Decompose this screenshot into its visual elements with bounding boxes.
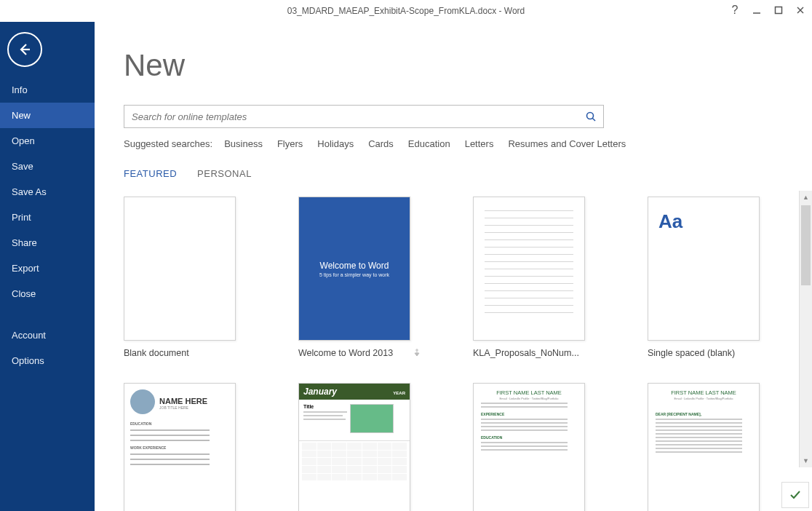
status-toast[interactable] [781, 482, 809, 508]
page-title: New [124, 48, 783, 83]
template-label: Blank document [124, 348, 247, 358]
sidebar-item-share[interactable]: Share [0, 230, 95, 256]
help-icon[interactable]: ? [728, 3, 742, 17]
template-label: Single spaced (blank) [648, 348, 771, 358]
section-work: WORK EXPERIENCE [130, 445, 229, 450]
calendar-month: January [303, 387, 337, 397]
template-thumb [473, 197, 585, 341]
sidebar-item-save-as[interactable]: Save As [0, 179, 95, 205]
resume-subline: Email · LinkedIn Profile · Twitter/Blog/… [481, 397, 577, 400]
resume-name: FIRST NAME LAST NAME [481, 389, 577, 396]
tab-personal[interactable]: PERSONAL [197, 168, 252, 179]
sidebar-item-close[interactable]: Close [0, 281, 95, 306]
search-icon[interactable] [578, 111, 603, 122]
template-thumb: NAME HERE JOB TITLE HERE EDUCATION WORK … [124, 383, 236, 511]
calendar-year: YEAR [393, 391, 405, 395]
template-label: KLA_Proposals_NoNum... [473, 348, 597, 358]
section-experience: EXPERIENCE [481, 412, 577, 416]
svg-line-6 [592, 118, 595, 121]
backstage-sidebar: Info New Open Save Save As Print Share E… [0, 22, 95, 511]
sidebar-item-open[interactable]: Open [0, 128, 95, 154]
template-thumb: January YEAR Title [298, 383, 410, 511]
welcome-subheading: 5 tips for a simpler way to work [319, 272, 389, 277]
scroll-thumb[interactable] [801, 205, 811, 285]
svg-point-5 [587, 113, 594, 119]
pin-icon[interactable] [413, 348, 421, 358]
minimize-icon[interactable] [749, 3, 764, 17]
template-thumb: FIRST NAME LAST NAME Email · LinkedIn Pr… [473, 383, 585, 511]
template-blank-document[interactable]: Blank document [124, 197, 247, 358]
search-input[interactable] [124, 111, 578, 122]
suggested-searches: Suggested searches: Business Flyers Holi… [124, 138, 783, 149]
suggested-business[interactable]: Business [224, 138, 263, 149]
coverletter-name: FIRST NAME LAST NAME [656, 389, 752, 396]
close-icon[interactable] [793, 3, 808, 17]
sidebar-item-info[interactable]: Info [0, 77, 95, 103]
template-label: Welcome to Word 2013 [298, 348, 422, 358]
suggested-holidays[interactable]: Holidays [317, 138, 354, 149]
suggested-letters[interactable]: Letters [465, 138, 494, 149]
scroll-up-icon[interactable]: ▲ [800, 191, 812, 204]
sidebar-item-options[interactable]: Options [0, 348, 95, 373]
template-single-spaced[interactable]: Aa Single spaced (blank) [648, 197, 771, 358]
suggested-education[interactable]: Education [408, 138, 450, 149]
content-area: New Suggested searches: Business Flyers … [95, 22, 812, 511]
template-thumb: Aa [648, 197, 760, 341]
avatar-icon [130, 389, 155, 414]
template-kla-proposals[interactable]: KLA_Proposals_NoNum... [473, 197, 597, 358]
template-green-resume[interactable]: FIRST NAME LAST NAME Email · LinkedIn Pr… [473, 383, 597, 511]
template-gallery: Blank document Welcome to Word 5 tips fo… [124, 197, 783, 511]
job-title-placeholder: JOB TITLE HERE [159, 405, 207, 410]
template-green-cover-letter[interactable]: FIRST NAME LAST NAME Email · LinkedIn Pr… [648, 383, 771, 511]
name-placeholder: NAME HERE [159, 397, 207, 405]
svg-rect-1 [776, 7, 782, 14]
sidebar-item-account[interactable]: Account [0, 322, 95, 348]
coverletter-greeting: DEAR [RECIPIENT NAME], [656, 412, 752, 416]
section-education: EDUCATION [130, 421, 229, 426]
suggested-flyers[interactable]: Flyers [277, 138, 303, 149]
suggested-resumes[interactable]: Resumes and Cover Letters [508, 138, 626, 149]
maximize-icon[interactable] [771, 3, 786, 17]
template-tabs: FEATURED PERSONAL [124, 168, 783, 179]
template-welcome-to-word[interactable]: Welcome to Word 5 tips for a simpler way… [298, 197, 422, 358]
calendar-photo [350, 404, 394, 433]
template-thumb: FIRST NAME LAST NAME Email · LinkedIn Pr… [648, 383, 760, 511]
scroll-down-icon[interactable]: ▼ [800, 454, 812, 467]
template-search[interactable] [124, 105, 604, 128]
sidebar-item-print[interactable]: Print [0, 205, 95, 230]
checkmark-icon [789, 488, 802, 502]
sidebar-item-new[interactable]: New [0, 103, 95, 128]
welcome-heading: Welcome to Word [320, 261, 389, 271]
template-resume-photo[interactable]: NAME HERE JOB TITLE HERE EDUCATION WORK … [124, 383, 247, 511]
template-thumb: Welcome to Word 5 tips for a simpler way… [298, 197, 410, 341]
suggested-label: Suggested searches: [124, 138, 212, 149]
aa-sample: Aa [658, 210, 682, 232]
document-title: 03_MDARD_MAEAP_ExhibitA-Scope_FromKLA.do… [287, 6, 525, 16]
template-thumb [124, 197, 236, 341]
calendar-body-title: Title [303, 404, 347, 409]
calendar-grid [299, 440, 410, 490]
section-education: EDUCATION [481, 435, 577, 440]
template-calendar[interactable]: January YEAR Title [298, 383, 422, 511]
sidebar-item-export[interactable]: Export [0, 256, 95, 281]
suggested-cards[interactable]: Cards [368, 138, 394, 149]
sidebar-item-save[interactable]: Save [0, 154, 95, 179]
titlebar: 03_MDARD_MAEAP_ExhibitA-Scope_FromKLA.do… [0, 0, 812, 22]
gallery-scrollbar[interactable]: ▲ ▼ [799, 191, 812, 467]
back-button[interactable] [7, 32, 42, 67]
tab-featured[interactable]: FEATURED [124, 168, 177, 179]
